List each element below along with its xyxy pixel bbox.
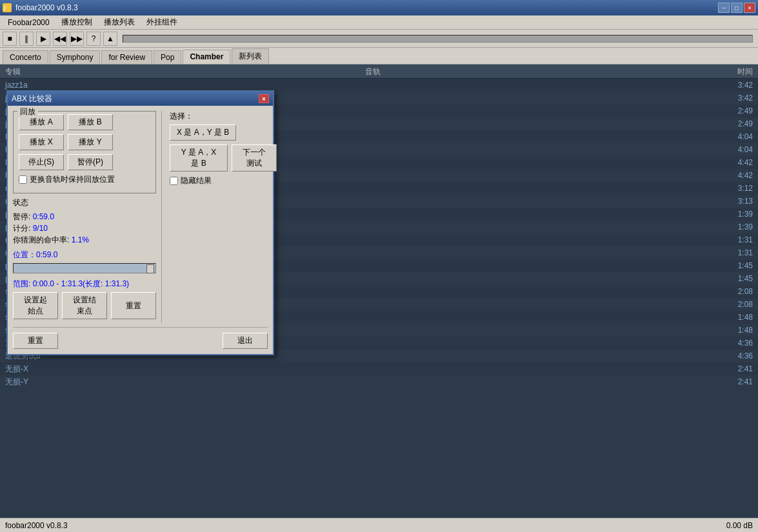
playback-row3: 停止(S) 暂停(P) bbox=[19, 154, 150, 170]
status-paused-row: 暂停: 0:59.0 bbox=[13, 211, 156, 222]
slider-thumb[interactable] bbox=[146, 264, 154, 273]
abx-right: 选择： X 是 A，Y 是 B Y 是 A，X 是 B 下一个测试 隐藏结果 bbox=[161, 111, 277, 323]
hide-results-label: 隐藏结果 bbox=[181, 175, 212, 186]
set-end-button[interactable]: 设置结束点 bbox=[62, 292, 107, 319]
abx-titlebar: ABX 比较器 × bbox=[8, 92, 273, 106]
position-slider[interactable] bbox=[13, 263, 156, 273]
range-buttons-row: 设置起始点 设置结束点 重置 bbox=[13, 292, 156, 319]
status-hitrate-row: 你猜测的命中率: 1.1% bbox=[13, 234, 156, 246]
footer-separator bbox=[13, 327, 268, 328]
modal-overlay: ABX 比较器 × 回放 播放 A 播放 B 播放 X bbox=[0, 0, 758, 532]
hitrate-value: 1.1% bbox=[72, 235, 89, 244]
playback-row1: 播放 A 播放 B bbox=[19, 114, 150, 130]
range-label: 范围: 0:00.0 - 1:31.3(长度: 1:31.3) bbox=[13, 279, 156, 290]
abx-left: 回放 播放 A 播放 B 播放 X 播放 Y 停止(S) 暂停(P) bbox=[13, 111, 156, 323]
select-row1: X 是 A，Y 是 B bbox=[170, 124, 277, 141]
status-section: 状态 暂停: 0:59.0 计分: 9/10 你猜测的命中率: 1.1% bbox=[13, 197, 156, 246]
play-b-button[interactable]: 播放 B bbox=[68, 114, 113, 130]
next-test-button[interactable]: 下一个测试 bbox=[232, 144, 277, 172]
maintain-pos-label: 更换音轨时保持回放位置 bbox=[30, 174, 115, 185]
paused-value: 0:59.0 bbox=[33, 212, 54, 221]
abx-main-row: 回放 播放 A 播放 B 播放 X 播放 Y 停止(S) 暂停(P) bbox=[13, 111, 268, 323]
score-label: 计分: bbox=[13, 224, 30, 233]
pause-p-button[interactable]: 暂停(P) bbox=[68, 154, 113, 170]
abx-dialog: ABX 比较器 × 回放 播放 A 播放 B 播放 X bbox=[6, 90, 274, 355]
paused-label: 暂停: bbox=[13, 212, 30, 221]
status-score-row: 计分: 9/10 bbox=[13, 222, 156, 234]
position-label: 位置：0:59.0 bbox=[13, 250, 156, 261]
position-slider-container[interactable] bbox=[13, 263, 156, 276]
position-section: 位置：0:59.0 范围: 0:00.0 - 1:31.3(长度: 1:31.3… bbox=[13, 250, 156, 319]
maintain-pos-row: 更换音轨时保持回放位置 bbox=[19, 174, 150, 185]
reset-button[interactable]: 重置 bbox=[13, 333, 58, 349]
reset-range-button[interactable]: 重置 bbox=[111, 292, 156, 319]
abx-body: 回放 播放 A 播放 B 播放 X 播放 Y 停止(S) 暂停(P) bbox=[8, 106, 273, 354]
playback-row2: 播放 X 播放 Y bbox=[19, 134, 150, 150]
score-value: 9/10 bbox=[33, 224, 48, 233]
hitrate-label: 你猜测的命中率: bbox=[13, 235, 69, 244]
x-is-a-button[interactable]: X 是 A，Y 是 B bbox=[170, 124, 236, 141]
status-title: 状态 bbox=[13, 197, 156, 208]
hide-results-checkbox[interactable] bbox=[170, 177, 178, 185]
abx-title: ABX 比较器 bbox=[12, 94, 52, 104]
hide-results-row: 隐藏结果 bbox=[170, 175, 277, 186]
set-start-button[interactable]: 设置起始点 bbox=[13, 292, 58, 319]
select-title: 选择： bbox=[170, 111, 277, 122]
stop-s-button[interactable]: 停止(S) bbox=[19, 154, 64, 170]
abx-footer: 重置 退出 bbox=[13, 333, 268, 349]
y-is-a-button[interactable]: Y 是 A，X 是 B bbox=[170, 144, 228, 172]
select-row2: Y 是 A，X 是 B 下一个测试 bbox=[170, 144, 277, 172]
playback-group-title: 回放 bbox=[17, 106, 38, 117]
play-x-button[interactable]: 播放 X bbox=[19, 134, 64, 150]
exit-button[interactable]: 退出 bbox=[223, 333, 268, 349]
play-y-button[interactable]: 播放 Y bbox=[68, 134, 113, 150]
playback-group: 回放 播放 A 播放 B 播放 X 播放 Y 停止(S) 暂停(P) bbox=[13, 111, 156, 193]
abx-close-button[interactable]: × bbox=[259, 94, 269, 103]
maintain-pos-checkbox[interactable] bbox=[19, 175, 27, 184]
